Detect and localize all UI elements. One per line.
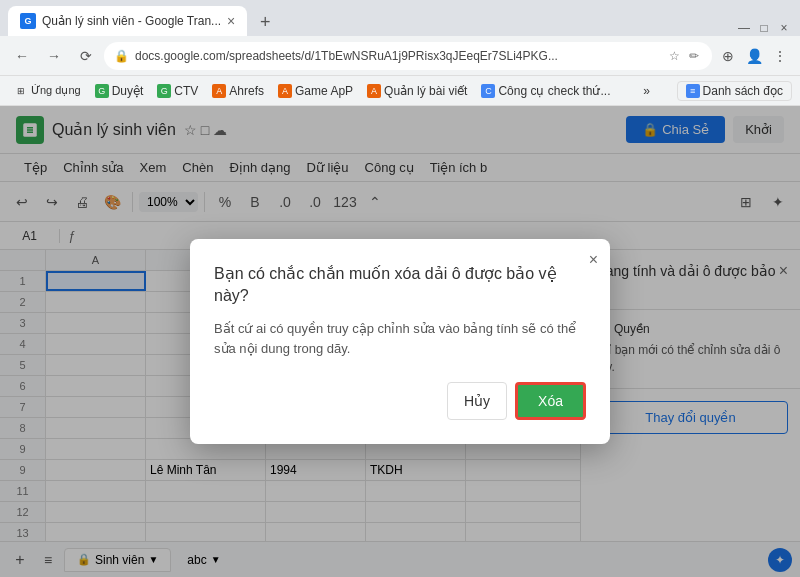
edit-icon[interactable]: ✏: [686, 48, 702, 64]
bm-quanlybai[interactable]: A Quản lý bài viết: [361, 82, 473, 100]
modal-footer: Hủy Xóa: [214, 382, 586, 420]
lock-icon: 🔒: [114, 49, 129, 63]
window-controls: — □ ×: [736, 20, 792, 36]
close-window-button[interactable]: ×: [776, 20, 792, 36]
bm-congcu-label: Công cụ check thứ...: [498, 84, 610, 98]
browser-frame: G Quản lý sinh viên - Google Tran... × +…: [0, 0, 800, 577]
tab-bar: G Quản lý sinh viên - Google Tran... × +…: [0, 0, 800, 36]
bm-gameapp-label: Game ApP: [295, 84, 353, 98]
address-icons: ☆ ✏: [666, 48, 702, 64]
ahrefs-icon: A: [212, 84, 226, 98]
confirm-modal: × Bạn có chắc chắn muốn xóa dải ô được b…: [190, 239, 610, 445]
settings-icon[interactable]: ⋮: [768, 44, 792, 68]
star-icon[interactable]: ☆: [666, 48, 682, 64]
tab-title: Quản lý sinh viên - Google Tran...: [42, 14, 221, 28]
cancel-button[interactable]: Hủy: [447, 382, 507, 420]
spreadsheet-area: Quản lý sinh viên ☆ □ ☁ 🔒 Chia Sẻ Khởi T…: [0, 106, 800, 577]
danh-sach-icon: ≡: [686, 84, 700, 98]
extensions-icon[interactable]: ⊕: [716, 44, 740, 68]
ctv-icon: G: [157, 84, 171, 98]
browser-right-icons: ⊕ 👤 ⋮: [716, 44, 792, 68]
maximize-button[interactable]: □: [756, 20, 772, 36]
bm-quanlybai-label: Quản lý bài viết: [384, 84, 467, 98]
gameapp-icon: A: [278, 84, 292, 98]
address-bar: ← → ⟳ 🔒 docs.google.com/spreadsheets/d/1…: [0, 36, 800, 76]
bm-danh-sach-label: Danh sách đọc: [703, 84, 783, 98]
bm-duyet[interactable]: G Duyệt: [89, 82, 150, 100]
url-text: docs.google.com/spreadsheets/d/1TbEwNSRu…: [135, 49, 660, 63]
bm-ahrefs[interactable]: A Ahrefs: [206, 82, 270, 100]
bm-more-label: »: [643, 84, 650, 98]
bm-ahrefs-label: Ahrefs: [229, 84, 264, 98]
new-tab-button[interactable]: +: [251, 8, 279, 36]
forward-button[interactable]: →: [40, 42, 68, 70]
bm-apps-label: Ứng dụng: [31, 84, 81, 97]
modal-title: Bạn có chắc chắn muốn xóa dải ô được bảo…: [214, 263, 586, 308]
modal-body: Bất cứ ai có quyền truy cập chỉnh sửa và…: [214, 319, 586, 358]
congcu-icon: C: [481, 84, 495, 98]
quanlybai-icon: A: [367, 84, 381, 98]
profile-icon[interactable]: 👤: [742, 44, 766, 68]
bookmarks-bar: ⊞ Ứng dụng G Duyệt G CTV A Ahrefs A Game…: [0, 76, 800, 106]
apps-icon: ⊞: [14, 84, 28, 98]
bm-congcu[interactable]: C Công cụ check thứ...: [475, 82, 616, 100]
delete-button[interactable]: Xóa: [515, 382, 586, 420]
bm-more[interactable]: »: [637, 82, 656, 100]
tab-favicon: G: [20, 13, 36, 29]
bm-gameapp[interactable]: A Game ApP: [272, 82, 359, 100]
tab-close-button[interactable]: ×: [227, 13, 235, 29]
bm-ctv-label: CTV: [174, 84, 198, 98]
reload-button[interactable]: ⟳: [72, 42, 100, 70]
bm-danh-sach[interactable]: ≡ Danh sách đọc: [677, 81, 792, 101]
bm-apps[interactable]: ⊞ Ứng dụng: [8, 82, 87, 100]
address-input[interactable]: 🔒 docs.google.com/spreadsheets/d/1TbEwNS…: [104, 42, 712, 70]
modal-close-button[interactable]: ×: [589, 251, 598, 269]
minimize-button[interactable]: —: [736, 20, 752, 36]
bm-ctv[interactable]: G CTV: [151, 82, 204, 100]
duyet-icon: G: [95, 84, 109, 98]
modal-overlay: × Bạn có chắc chắn muốn xóa dải ô được b…: [0, 106, 800, 577]
back-button[interactable]: ←: [8, 42, 36, 70]
active-tab[interactable]: G Quản lý sinh viên - Google Tran... ×: [8, 6, 247, 36]
bm-duyet-label: Duyệt: [112, 84, 144, 98]
